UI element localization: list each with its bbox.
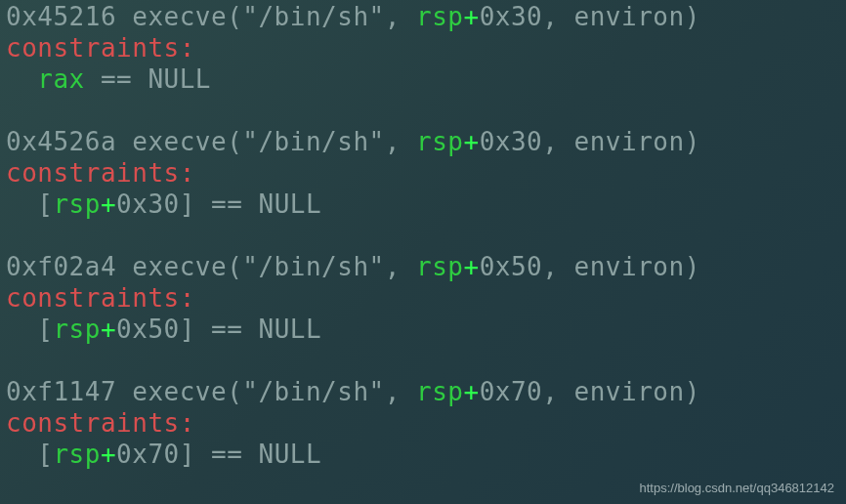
offset-hex: 0x30 [480,127,543,156]
execve-call-suffix: , environ) [542,252,700,281]
plus-icon: + [101,189,116,219]
watermark-text: https://blog.csdn.net/qq346812142 [640,481,835,496]
execve-call-prefix: execve("/bin/sh", [116,377,416,406]
indent [6,64,37,94]
gadget-line: 0xf1147 execve("/bin/sh", rsp+0x70, envi… [6,377,840,408]
constraints-label: constraints: [6,408,840,440]
plus-icon: + [463,2,479,31]
execve-call-prefix: execve("/bin/sh", [116,252,416,281]
constraints-label: constraints: [6,33,840,64]
terminal-output: 0x45216 execve("/bin/sh", rsp+0x30, envi… [0,0,846,471]
constraints-text: constraints: [6,283,195,313]
bracket-open: [ [37,189,53,219]
constraints-label: constraints: [6,283,840,315]
constraint-line: [rsp+0x70] == NULL [6,440,840,471]
plus-icon: + [463,252,479,281]
gadget-addr: 0xf1147 [6,377,116,406]
eq-null: == NULL [195,440,321,469]
constraints-label: constraints: [6,158,840,189]
offset-hex: 0x70 [480,377,543,406]
register-rsp: rsp [416,252,463,281]
eq-null: == NULL [195,189,321,219]
execve-call-suffix: , environ) [542,377,700,406]
bracket-open: [ [37,440,53,469]
bracket-close: ] [180,315,195,344]
offset-hex: 0x30 [116,189,180,219]
plus-icon: + [101,440,116,469]
plus-icon: + [463,377,479,406]
offset-hex: 0x30 [480,2,543,31]
execve-call-prefix: execve("/bin/sh", [116,2,416,31]
constraint-line: [rsp+0x30] == NULL [6,189,840,221]
blank-line [6,346,840,377]
gadget-line: 0x4526a execve("/bin/sh", rsp+0x30, envi… [6,127,840,158]
execve-call-suffix: , environ) [542,127,700,156]
execve-call-prefix: execve("/bin/sh", [116,127,416,156]
bracket-close: ] [180,189,195,219]
plus-icon: + [101,315,116,344]
register-rsp: rsp [53,440,100,469]
plus-icon: + [463,127,479,156]
blank-line [6,221,840,252]
blank-line [6,96,840,127]
indent [6,440,37,469]
bracket-open: [ [37,315,53,344]
offset-hex: 0x50 [480,252,543,281]
gadget-line: 0xf02a4 execve("/bin/sh", rsp+0x50, envi… [6,252,840,283]
eq-null: == NULL [85,64,211,94]
constraints-text: constraints: [6,408,195,438]
offset-hex: 0x70 [116,440,180,469]
constraint-line: rax == NULL [6,64,840,96]
gadget-addr: 0x4526a [6,127,116,156]
constraint-line: [rsp+0x50] == NULL [6,315,840,346]
register-rax: rax [37,64,84,94]
gadget-line: 0x45216 execve("/bin/sh", rsp+0x30, envi… [6,2,840,33]
execve-call-suffix: , environ) [542,2,700,31]
register-rsp: rsp [416,377,463,406]
register-rsp: rsp [53,189,100,219]
register-rsp: rsp [416,2,463,31]
bracket-close: ] [180,440,195,469]
eq-null: == NULL [195,315,321,344]
gadget-addr: 0xf02a4 [6,252,116,281]
indent [6,189,37,219]
gadget-addr: 0x45216 [6,2,116,31]
constraints-text: constraints: [6,33,195,63]
register-rsp: rsp [53,315,100,344]
offset-hex: 0x50 [116,315,180,344]
indent [6,315,37,344]
register-rsp: rsp [416,127,463,156]
constraints-text: constraints: [6,158,195,188]
